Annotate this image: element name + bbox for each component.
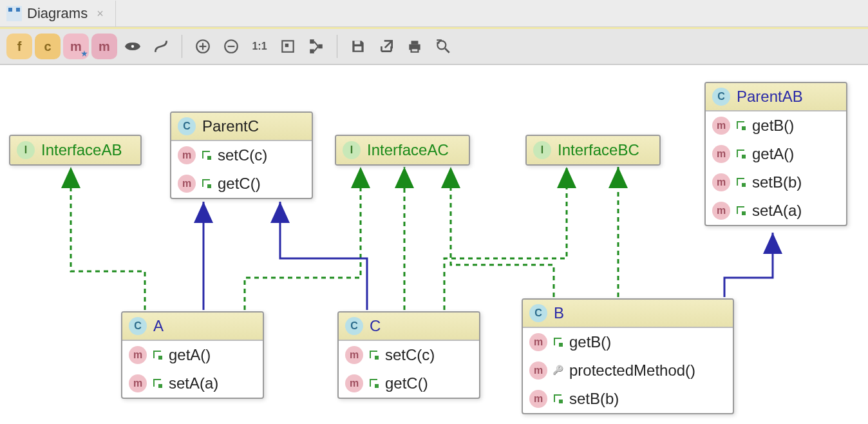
node-ParentAB[interactable]: C ParentAB mgetB() mgetA() msetB(b) mset… <box>704 82 847 226</box>
node-header: C B <box>523 300 733 328</box>
tab-bar: Diagrams × <box>0 0 868 27</box>
find-icon <box>435 38 451 55</box>
star-icon: ★ <box>81 50 88 58</box>
node-title: A <box>153 317 164 335</box>
method-icon: m <box>712 117 730 135</box>
method-icon: m <box>129 374 147 392</box>
node-InterfaceBC[interactable]: I InterfaceBC <box>525 135 661 166</box>
public-icon <box>202 179 211 188</box>
method-row: mgetA() <box>706 140 846 168</box>
public-icon <box>153 379 162 388</box>
public-icon <box>554 394 563 403</box>
class-icon: C <box>712 88 730 106</box>
svg-rect-8 <box>310 39 314 43</box>
layout-icon <box>308 38 325 55</box>
method-row: mgetA() <box>122 341 263 369</box>
method-icon: m <box>529 390 547 408</box>
toolbar-layout-button[interactable] <box>303 34 329 59</box>
toolbar-print-button[interactable] <box>402 34 428 59</box>
node-InterfaceAC[interactable]: I InterfaceAC <box>335 135 470 166</box>
interface-icon: I <box>343 141 361 159</box>
node-InterfaceAB[interactable]: I InterfaceAB <box>9 135 142 166</box>
node-title: B <box>554 304 564 322</box>
diagram-icon <box>6 6 22 21</box>
svg-rect-12 <box>355 46 362 51</box>
node-header: C C <box>339 313 479 341</box>
interface-icon: I <box>533 141 551 159</box>
node-C[interactable]: C C msetC(c) mgetC() <box>337 311 480 399</box>
tab-title: Diagrams <box>27 5 88 22</box>
node-header: C A <box>122 313 263 341</box>
diagram-canvas[interactable]: I InterfaceAB C ParentC msetC(c) mgetC()… <box>0 65 868 424</box>
toolbar-zoom-out-button[interactable] <box>218 34 244 59</box>
toolbar-separator <box>337 35 337 58</box>
class-icon: C <box>529 304 547 322</box>
method-row: msetB(b) <box>706 168 846 197</box>
class-icon: C <box>129 317 147 335</box>
curve-icon <box>153 38 169 55</box>
tab-diagrams[interactable]: Diagrams × <box>0 1 116 26</box>
svg-rect-15 <box>411 48 419 52</box>
method-row: msetA(a) <box>706 197 846 225</box>
method-icon: m <box>178 175 196 193</box>
toolbar-actual-size-button[interactable]: 1:1 <box>247 34 272 59</box>
toolbar-export-button[interactable] <box>373 34 399 59</box>
toolbar-fields-button[interactable]: f <box>6 34 32 59</box>
node-header: I InterfaceAC <box>336 136 469 164</box>
method-row: msetA(a) <box>122 369 263 398</box>
node-header: I InterfaceAB <box>10 136 140 164</box>
node-header: C ParentC <box>171 113 312 141</box>
toolbar-edge-style-button[interactable] <box>148 34 174 59</box>
public-icon <box>737 178 746 187</box>
node-title: C <box>370 317 381 335</box>
print-icon <box>406 38 423 55</box>
svg-point-0 <box>131 44 135 49</box>
toolbar-save-button[interactable] <box>345 34 371 59</box>
node-title: ParentAB <box>737 88 803 106</box>
class-icon: C <box>345 317 363 335</box>
edge-C-ParentC <box>280 202 367 310</box>
public-icon <box>554 338 563 347</box>
method-row: mprotectedMethod() <box>523 356 733 385</box>
node-ParentC[interactable]: C ParentC msetC(c) mgetC() <box>170 111 313 199</box>
one-to-one-icon: 1:1 <box>252 41 267 52</box>
toolbar-methods-button[interactable]: m★ <box>63 34 89 59</box>
node-title: InterfaceAC <box>367 141 449 159</box>
eye-icon <box>124 38 141 55</box>
toolbar-methods2-button[interactable]: m <box>91 34 117 59</box>
save-icon <box>350 38 366 55</box>
edge-C-InterfaceBC <box>444 167 567 310</box>
public-icon <box>737 121 746 130</box>
edge-A-InterfaceAB <box>71 167 145 310</box>
edge-B-InterfaceAB <box>451 167 554 297</box>
zoom-out-icon <box>223 38 240 55</box>
svg-rect-7 <box>285 44 288 47</box>
method-row: msetC(c) <box>171 141 312 169</box>
node-A[interactable]: C A mgetA() msetA(a) <box>121 311 264 399</box>
svg-rect-11 <box>355 41 361 44</box>
protected-icon <box>554 366 563 375</box>
toolbar-fit-button[interactable] <box>275 34 301 59</box>
method-icon: m <box>712 202 730 220</box>
svg-rect-14 <box>411 41 419 44</box>
close-icon[interactable]: × <box>97 7 104 21</box>
method-row: mgetB() <box>523 328 733 356</box>
node-header: I InterfaceBC <box>527 136 659 164</box>
method-icon: m <box>345 374 363 392</box>
toolbar-find-button[interactable] <box>430 34 456 59</box>
toolbar: f c m★ m 1:1 <box>0 29 868 65</box>
toolbar-zoom-in-button[interactable] <box>190 34 216 59</box>
svg-point-16 <box>437 41 446 49</box>
fit-icon <box>279 38 296 55</box>
node-title: ParentC <box>202 117 259 135</box>
method-icon: m <box>712 173 730 191</box>
node-header: C ParentAB <box>706 83 846 111</box>
svg-rect-9 <box>310 49 314 53</box>
toolbar-constructors-button[interactable]: c <box>35 34 61 59</box>
method-icon: m <box>712 145 730 163</box>
toolbar-visibility-button[interactable] <box>120 34 146 59</box>
node-B[interactable]: C B mgetB() mprotectedMethod() msetB(b) <box>522 298 734 414</box>
public-icon <box>370 379 379 388</box>
node-title: InterfaceAB <box>41 141 122 159</box>
method-icon: m <box>178 146 196 164</box>
